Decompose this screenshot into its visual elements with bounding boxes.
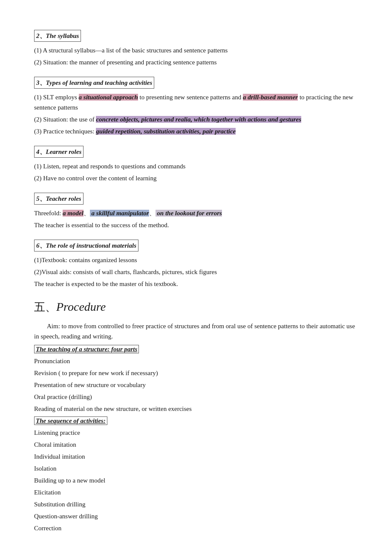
- teaching-item-5: Reading of material on the new structure…: [34, 404, 358, 414]
- teaching-item-2: Revision ( to prepare for new work if ne…: [34, 368, 358, 378]
- section-teacher: 5、Teacher roles Threefold: a model、 a sk…: [34, 188, 358, 230]
- materials-item-1: (1)Textbook: contains organized lessons: [34, 255, 358, 265]
- highlight-lookout: on the lookout for errors: [156, 210, 222, 217]
- section-2-title: The syllabus: [46, 32, 79, 39]
- section-procedure: 五、Procedure Aim: to move from controlled…: [34, 298, 358, 533]
- sequence-item-6: Elicitation: [34, 487, 358, 497]
- section-5-heading: 5、Teacher roles: [34, 193, 84, 205]
- teacher-note: The teacher is essential to the success …: [34, 220, 358, 230]
- section-types: 3、Types of learning and teaching activit…: [34, 72, 358, 136]
- sequence-item-7: Substitution drilling: [34, 499, 358, 509]
- sequence-item-3: Individual imitation: [34, 451, 358, 462]
- materials-item-3: The teacher is expected to be the master…: [34, 279, 358, 289]
- highlight-manipulator: a skillful manipulator: [90, 210, 149, 217]
- section-3-title: Types of learning and teaching activitie…: [46, 79, 153, 86]
- section-4-heading: 4、Learner roles: [34, 146, 84, 158]
- procedure-aim: Aim: to move from controlled to freer pr…: [34, 321, 358, 341]
- types-paragraph-3: (3) Practice techniques: guided repetiti…: [34, 126, 358, 136]
- section-4-title: Learner roles: [46, 148, 82, 155]
- teaching-item-3: Presentation of new structure or vocabul…: [34, 380, 358, 390]
- teaching-item-4: Oral practice (drilling): [34, 392, 358, 402]
- section-materials: 6、The role of instructional materials (1…: [34, 235, 358, 289]
- teaching-structure-label-text: The teaching of a structure: four parts: [34, 345, 139, 353]
- types-paragraph-2: (2) Situation: the use of concrete objec…: [34, 114, 358, 124]
- highlight-concrete: concrete objects, pictures and realia, w…: [96, 116, 301, 123]
- teaching-structure-label: The teaching of a structure: four parts: [34, 344, 358, 354]
- sequence-item-9: Correction: [34, 523, 358, 533]
- sequence-item-8: Question-answer drilling: [34, 511, 358, 521]
- section-learner: 4、Learner roles (1) Listen, repeat and r…: [34, 142, 358, 183]
- highlight-practice: guided repetition, substitution activiti…: [96, 128, 236, 135]
- procedure-heading-en: Procedure: [56, 300, 106, 313]
- section-3-heading: 3、Types of learning and teaching activit…: [34, 77, 154, 89]
- sequence-item-4: Isolation: [34, 463, 358, 474]
- section-5-title: Teacher roles: [46, 195, 81, 202]
- section-2-heading: 2、The syllabus: [34, 30, 81, 42]
- highlight-situational: a situational approach: [79, 94, 138, 101]
- materials-item-2: (2)Visual aids: consists of wall charts,…: [34, 267, 358, 277]
- sequence-item-5: Building up to a new model: [34, 475, 358, 486]
- syllabus-item-2: (2) Situation: the manner of presenting …: [34, 57, 358, 67]
- sequence-item-1: Listening practice: [34, 428, 358, 438]
- section-syllabus: 2、The syllabus (1) A structural syllabus…: [34, 26, 358, 67]
- learner-item-2: (2) Have no control over the content of …: [34, 173, 358, 183]
- sequence-label: The sequence of activities:: [34, 416, 358, 426]
- highlight-model: a model: [63, 210, 84, 217]
- sequence-label-text: The sequence of activities:: [34, 416, 107, 425]
- learner-item-1: (1) Listen, repeat and responds to quest…: [34, 161, 358, 171]
- section-6-heading: 6、The role of instructional materials: [34, 240, 138, 251]
- procedure-heading-zh: 五、: [34, 301, 56, 313]
- syllabus-item-1: (1) A structural syllabus—a list of the …: [34, 45, 358, 55]
- section-2-number: 2: [36, 32, 40, 39]
- teacher-threefold: Threefold: a model、 a skillful manipulat…: [34, 208, 358, 218]
- types-paragraph-1: (1) SLT employs a situational approach t…: [34, 92, 358, 113]
- section-6-title: The role of instructional materials: [46, 242, 137, 249]
- teaching-item-1: Pronunciation: [34, 356, 358, 366]
- highlight-drill: a drill-based manner: [243, 94, 298, 101]
- sequence-item-2: Choral imitation: [34, 439, 358, 450]
- procedure-heading: 五、Procedure: [34, 298, 358, 317]
